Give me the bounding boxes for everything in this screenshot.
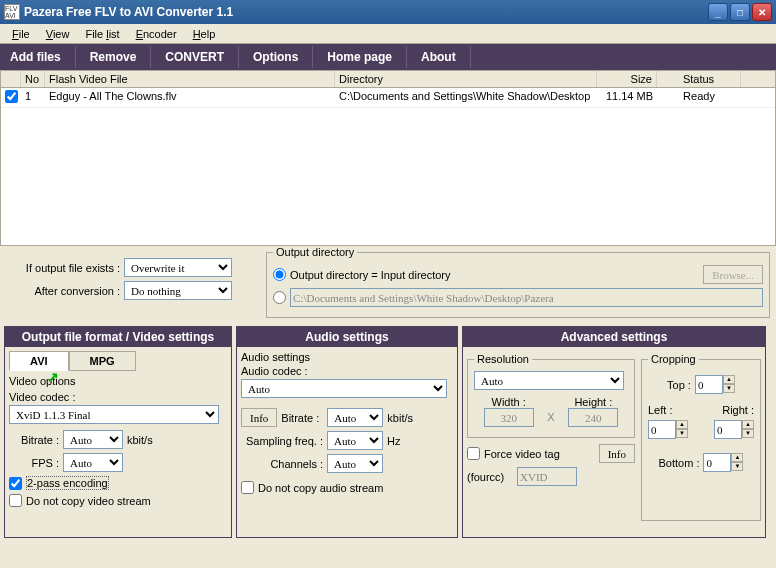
fourcc-input[interactable] [517,467,577,486]
minimize-button[interactable]: _ [708,3,728,21]
homepage-button[interactable]: Home page [313,46,407,68]
width-label: Width : [474,396,543,408]
spin-up-icon[interactable]: ▲ [676,420,688,429]
if-exists-select[interactable]: Overwrite it [124,258,232,277]
col-no[interactable]: No [21,71,45,87]
video-panel-title: Output file format / Video settings [5,327,231,347]
outdir-custom-radio[interactable] [273,291,286,304]
outdir-same-radio[interactable] [273,268,286,281]
audio-panel: Audio settings Audio settings Audio code… [236,326,458,538]
menu-encoder[interactable]: Encoder [128,26,185,42]
audio-samp-label: Sampling freq. : [241,435,327,447]
audio-info-button[interactable]: Info [241,408,277,427]
about-button[interactable]: About [407,46,471,68]
twopass-checkbox[interactable] [9,477,22,490]
menu-file[interactable]: File [4,26,38,42]
file-list: No Flash Video File Directory Size Statu… [0,70,776,246]
after-conv-label: After conversion : [8,285,124,297]
menu-view[interactable]: View [38,26,78,42]
crop-right-input[interactable] [714,420,742,439]
maximize-button[interactable]: □ [730,3,750,21]
window-title: Pazera Free FLV to AVI Converter 1.1 [24,5,708,19]
spin-down-icon[interactable]: ▼ [731,462,743,471]
browse-button[interactable]: Browse... [703,265,763,284]
nocopy-audio-label: Do not copy audio stream [258,482,383,494]
height-label: Height : [559,396,628,408]
video-bitrate-select[interactable]: Auto [63,430,123,449]
spin-down-icon[interactable]: ▼ [676,429,688,438]
row-dir: C:\Documents and Settings\White Shadow\D… [335,88,597,107]
col-dir[interactable]: Directory [335,71,597,87]
nocopy-video-label: Do not copy video stream [26,495,151,507]
video-codec-label: Video codec : [9,391,227,403]
resolution-select[interactable]: Auto [474,371,624,390]
row-no: 1 [21,88,45,107]
audio-ch-select[interactable]: Auto [327,454,383,473]
tab-avi[interactable]: AVI [9,351,69,371]
fourcc-label: (fourcc) [467,471,517,483]
width-input[interactable] [484,408,534,427]
forcetag-label: Force video tag [484,448,560,460]
row-size: 11.14 MB [597,88,657,107]
col-size[interactable]: Size [597,71,657,87]
audio-bitrate-unit: kbit/s [387,412,413,424]
video-options-label: Video options [9,375,227,387]
col-file[interactable]: Flash Video File [45,71,335,87]
audio-panel-title: Audio settings [237,327,457,347]
crop-left-input[interactable] [648,420,676,439]
row-checkbox[interactable] [5,90,18,103]
menu-filelist[interactable]: File list [77,26,127,42]
add-files-button[interactable]: Add files [2,46,76,68]
tab-mpg[interactable]: MPG [69,351,136,371]
audio-bitrate-select[interactable]: Auto [327,408,383,427]
menu-bar: File View File list Encoder Help [0,24,776,44]
video-bitrate-unit: kbit/s [127,434,153,446]
audio-bitrate-label: Bitrate : [281,412,327,424]
forcetag-checkbox[interactable] [467,447,480,460]
row-file: Edguy - All The Clowns.flv [45,88,335,107]
spin-up-icon[interactable]: ▲ [731,453,743,462]
spin-down-icon[interactable]: ▼ [723,384,735,393]
title-bar: FLV AVI Pazera Free FLV to AVI Converter… [0,0,776,24]
after-conv-select[interactable]: Do nothing [124,281,232,300]
advanced-panel: Advanced settings Resolution Auto Width … [462,326,766,538]
crop-right-label: Right : [722,404,754,416]
crop-bottom-label: Bottom : [659,457,700,469]
menu-help[interactable]: Help [185,26,224,42]
height-input[interactable] [568,408,618,427]
options-button[interactable]: Options [239,46,313,68]
arrow-icon: ↗ [47,369,59,385]
if-exists-label: If output file exists : [8,262,124,274]
close-button[interactable]: ✕ [752,3,772,21]
convert-button[interactable]: CONVERT [151,46,239,68]
outdir-path-input[interactable] [290,288,763,307]
cropping-label: Cropping [648,353,699,365]
audio-samp-select[interactable]: Auto [327,431,383,450]
spin-up-icon[interactable]: ▲ [742,420,754,429]
video-fps-label: FPS : [9,457,63,469]
nocopy-video-checkbox[interactable] [9,494,22,507]
spin-up-icon[interactable]: ▲ [723,375,735,384]
output-dir-title: Output directory [273,246,357,258]
crop-bottom-input[interactable] [703,453,731,472]
toolbar: Add files Remove CONVERT Options Home pa… [0,44,776,70]
video-bitrate-label: Bitrate : [9,434,63,446]
table-row[interactable]: 1 Edguy - All The Clowns.flv C:\Document… [1,88,775,108]
spin-down-icon[interactable]: ▼ [742,429,754,438]
outdir-same-label: Output directory = Input directory [290,269,451,281]
video-fps-select[interactable]: Auto [63,453,123,472]
file-list-header: No Flash Video File Directory Size Statu… [1,71,775,88]
twopass-label: 2-pass encoding [26,476,109,490]
audio-settings-label: Audio settings [241,351,453,363]
adv-info-button[interactable]: Info [599,444,635,463]
advanced-panel-title: Advanced settings [463,327,765,347]
remove-button[interactable]: Remove [76,46,152,68]
video-codec-select[interactable]: XviD 1.1.3 Final [9,405,219,424]
audio-codec-select[interactable]: Auto [241,379,447,398]
app-icon: FLV AVI [4,4,20,20]
crop-top-input[interactable] [695,375,723,394]
col-status[interactable]: Status [657,71,741,87]
resolution-label: Resolution [474,353,532,365]
crop-left-label: Left : [648,404,672,416]
nocopy-audio-checkbox[interactable] [241,481,254,494]
